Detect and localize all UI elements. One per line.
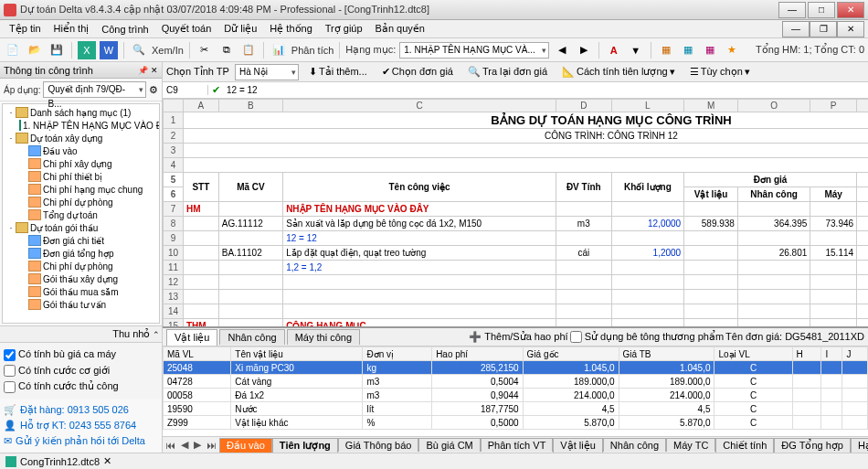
taithem-button[interactable]: ⬇ Tải thêm... bbox=[304, 64, 372, 80]
sheet-tab-10[interactable]: Hạng mục chung thầu bbox=[851, 438, 868, 453]
tree-node-6[interactable]: Chi phí hạng mục chung bbox=[5, 183, 157, 196]
word-icon[interactable]: W bbox=[100, 41, 118, 59]
tree-node-3[interactable]: Đầu vào bbox=[5, 144, 157, 157]
sheet-tab-7[interactable]: Máy TC bbox=[666, 438, 715, 452]
hangmuc-combo[interactable]: 1. NHẬP TÊN HẠNG MỤC VÀ... bbox=[399, 42, 548, 59]
sheet-tab-8[interactable]: Chiết tính bbox=[715, 438, 774, 453]
tree-node-13[interactable]: Gói thầu xây dựng bbox=[5, 272, 157, 285]
maximize-button[interactable]: □ bbox=[808, 2, 835, 18]
col-header[interactable]: Q bbox=[857, 100, 868, 112]
tree-node-7[interactable]: Chi phí dự phòng bbox=[5, 196, 157, 208]
tab-nav-prev[interactable]: ◀ bbox=[178, 439, 191, 451]
sheet-tab-9[interactable]: ĐG Tổng hợp bbox=[774, 438, 851, 453]
chondongia-button[interactable]: ✔ Chọn đơn giá bbox=[377, 64, 458, 80]
col-header[interactable]: B bbox=[218, 100, 282, 112]
col-header[interactable]: A bbox=[184, 100, 219, 112]
menu-6[interactable]: Trợ giúp bbox=[320, 21, 368, 37]
tab-nav-last[interactable]: ⏭ bbox=[204, 440, 219, 451]
material-tab-2[interactable]: Máy thi công bbox=[287, 329, 360, 345]
sheet-tab-5[interactable]: Vật liệu bbox=[553, 438, 602, 453]
sheet-tab-3[interactable]: Bù giá CM bbox=[418, 438, 480, 452]
tool-icon-2[interactable]: ▦ bbox=[679, 41, 697, 59]
xemin-label[interactable]: Xem/In bbox=[152, 45, 184, 56]
link-feedback[interactable]: ✉ Gửi ý kiến phản hồi tới Delta bbox=[4, 433, 158, 449]
nav-prev-button[interactable]: ◀ bbox=[553, 41, 571, 59]
material-row[interactable]: 25048Xi măng PC30kg285,21501.045,01.045,… bbox=[164, 361, 868, 375]
col-header[interactable]: M bbox=[684, 100, 738, 112]
tool-icon-3[interactable]: ▦ bbox=[701, 41, 719, 59]
tree-node-15[interactable]: Gói thầu tư vấn bbox=[5, 298, 157, 311]
tree-node-9[interactable]: -Dự toán gói thầu bbox=[5, 221, 157, 234]
menu-5[interactable]: Hệ thống bbox=[264, 21, 317, 37]
sheet-tab-6[interactable]: Nhân công bbox=[603, 438, 666, 452]
formula-input[interactable]: 12 = 12 bbox=[223, 85, 868, 95]
link-dathang[interactable]: 🛒 Đặt hàng: 0913 505 026 bbox=[4, 402, 158, 418]
open-button[interactable]: 📂 bbox=[26, 41, 44, 59]
tab-nav-next[interactable]: ▶ bbox=[191, 439, 204, 451]
opt-cuoc-cg[interactable]: Có tính cước cơ giới bbox=[4, 363, 158, 379]
material-row[interactable]: 00058Đá 1x2m30,9044214.000,0214.000,0C bbox=[164, 389, 868, 402]
tree-node-11[interactable]: Đơn giá tổng hợp bbox=[5, 247, 157, 260]
child-restore-button[interactable]: ❐ bbox=[810, 21, 837, 37]
tree-node-0[interactable]: -Danh sách hạng mục (1) bbox=[5, 106, 157, 119]
menu-4[interactable]: Dữ liệu bbox=[218, 21, 262, 37]
tree-node-8[interactable]: Tổng dự toán bbox=[5, 208, 157, 221]
menu-0[interactable]: Tệp tin bbox=[4, 21, 47, 37]
analyze-icon[interactable]: 📊 bbox=[270, 41, 288, 59]
tree-node-2[interactable]: -Dự toán xây dựng bbox=[5, 132, 157, 144]
tab-nav-first[interactable]: ⏮ bbox=[163, 440, 178, 451]
minimize-button[interactable]: — bbox=[778, 2, 806, 18]
opt-cuoc-tc[interactable]: Có tính cước thủ công bbox=[4, 378, 158, 395]
material-row[interactable]: 04728Cát vàngm30,5004189.000,0189.000,0C bbox=[164, 375, 868, 389]
save-button[interactable]: 💾 bbox=[48, 41, 66, 59]
apdung-combo[interactable]: Quyết định 79/QĐ-B... bbox=[43, 81, 146, 98]
col-header[interactable]: P bbox=[810, 100, 857, 112]
fill-color-button[interactable]: ▼ bbox=[627, 41, 645, 59]
sd-betong-checkbox[interactable]: Sử dụng bê tông thương phẩm bbox=[570, 331, 725, 344]
menu-2[interactable]: Công trình bbox=[96, 22, 153, 37]
menu-1[interactable]: Hiển thị bbox=[48, 21, 95, 37]
material-tab-1[interactable]: Nhân công bbox=[219, 329, 284, 345]
paste-button[interactable]: 📋 bbox=[239, 41, 258, 59]
col-header[interactable]: C bbox=[283, 100, 556, 112]
chontinh-combo[interactable]: Hà Nội bbox=[235, 64, 299, 80]
status-close-icon[interactable]: ✕ bbox=[103, 455, 111, 467]
material-row[interactable]: 19590Nướclít187,77504,54,5C bbox=[164, 402, 868, 416]
link-hotro[interactable]: 👤 Hỗ trợ KT: 0243 555 8764 bbox=[4, 418, 158, 433]
menu-7[interactable]: Bản quyền bbox=[370, 21, 430, 37]
tree-node-10[interactable]: Đơn giá chi tiết bbox=[5, 234, 157, 247]
close-button[interactable]: ✕ bbox=[837, 2, 864, 18]
tree-node-4[interactable]: Chi phí xây dựng bbox=[5, 157, 157, 170]
pin-icon[interactable]: 📌 ✕ bbox=[138, 66, 158, 75]
sheet-tab-2[interactable]: Giá Thông báo bbox=[338, 438, 419, 452]
new-button[interactable]: 📄 bbox=[4, 41, 22, 59]
preview-icon[interactable]: 🔍 bbox=[130, 41, 148, 59]
tree-node-1[interactable]: 1. NHẬP TÊN HẠNG MỤC VÀO ĐÂY bbox=[5, 119, 157, 132]
sheet-tab-4[interactable]: Phân tích VT bbox=[481, 438, 554, 452]
cachtinh-button[interactable]: 📐 Cách tính tiên lượng ▾ bbox=[557, 64, 680, 80]
tralai-button[interactable]: 🔍 Tra lại đơn giá bbox=[463, 64, 552, 80]
tree-node-14[interactable]: Gói thầu mua sắm bbox=[5, 285, 157, 298]
col-header[interactable]: O bbox=[737, 100, 810, 112]
menu-3[interactable]: Quyết toán bbox=[156, 21, 217, 37]
sheet-tab-1[interactable]: Tiên lượng bbox=[272, 438, 338, 453]
sheet-tab-0[interactable]: Đầu vào bbox=[219, 438, 272, 453]
child-minimize-button[interactable]: — bbox=[782, 21, 810, 37]
material-row[interactable]: Z999Vật liệu khác%0,50005.870,05.870,0C bbox=[164, 416, 868, 430]
col-header[interactable]: L bbox=[611, 100, 684, 112]
formula-check-icon[interactable]: ✔ bbox=[208, 84, 223, 96]
tool-icon-1[interactable]: ▦ bbox=[657, 41, 675, 59]
cell-ref[interactable]: C9 bbox=[163, 85, 208, 95]
font-color-button[interactable]: A bbox=[605, 41, 623, 59]
col-header[interactable]: D bbox=[556, 100, 612, 112]
apdung-settings-icon[interactable]: ⚙ bbox=[149, 84, 158, 96]
copy-button[interactable]: ⧉ bbox=[217, 41, 236, 59]
opt-bugia[interactable]: Có tính bù giá ca máy bbox=[4, 346, 158, 363]
nav-next-button[interactable]: ▶ bbox=[575, 41, 593, 59]
thu-nho-link[interactable]: Thu nhỏ ⌃ bbox=[112, 328, 160, 340]
tool-icon-4[interactable]: ★ bbox=[723, 41, 741, 59]
tree-node-12[interactable]: Chi phí dự phòng bbox=[5, 260, 157, 272]
tuychon-button[interactable]: ☰ Tùy chọn ▾ bbox=[685, 64, 755, 80]
phantich-label[interactable]: Phân tích bbox=[291, 45, 333, 56]
cut-button[interactable]: ✂ bbox=[196, 41, 214, 59]
